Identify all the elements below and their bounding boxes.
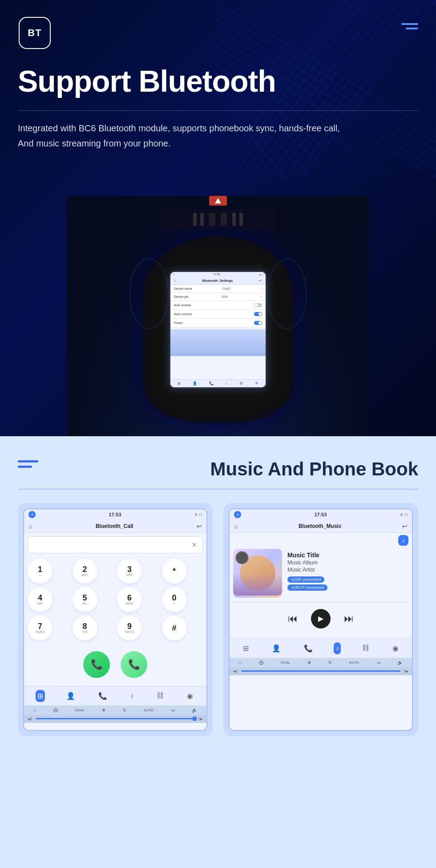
hero-divider: [18, 110, 418, 111]
call-nav-grid[interactable]: ⊞: [36, 690, 45, 702]
clear-input-icon[interactable]: ✕: [192, 541, 197, 548]
sys-power[interactable]: ⏻: [53, 708, 58, 713]
call-nav-link[interactable]: ⛓: [155, 690, 166, 702]
hazard-button[interactable]: [209, 196, 227, 206]
dial-btn-8[interactable]: 8 TUV: [73, 616, 97, 641]
music-nav-music[interactable]: ♪: [334, 642, 341, 654]
sys-dual: DUAL: [75, 708, 85, 712]
mini-auto-answer-row[interactable]: Auto answer: [170, 301, 266, 310]
mini-home: ⌂: [173, 273, 175, 276]
dial-btn-7[interactable]: 7 PQRS: [28, 616, 52, 641]
mini-bottom-nav: ⊞ 👤 📞 ♪ ⛓ 👁: [170, 379, 266, 387]
call-nav-music[interactable]: ♪: [128, 690, 135, 702]
mini-device-pin-row[interactable]: Device pin 0000 ›: [170, 293, 266, 301]
music-album-label: Music Album: [287, 560, 408, 566]
mini-nav-eye[interactable]: 👁: [255, 381, 258, 385]
music-album-area: Music Title Music Album Music Artist A2D…: [233, 549, 408, 598]
call-action-buttons: 📞 📞: [28, 647, 203, 682]
bottom-section: Music And Phone Book ◂ 17:53 ∧ □ ⌂ Bluet…: [0, 436, 436, 868]
steering-right: [267, 258, 307, 329]
dial-btn-2[interactable]: 2 ABC: [73, 559, 97, 584]
dial-btn-star[interactable]: *: [162, 559, 187, 584]
dial-btn-0[interactable]: 0 +: [162, 587, 187, 612]
sys-home[interactable]: ⌂: [33, 708, 36, 713]
hero-section: BT Support Bluetooth Integrated with BC6…: [0, 0, 436, 436]
music-back-icon[interactable]: ↩: [402, 523, 408, 530]
music-nav-eye[interactable]: ◉: [391, 642, 400, 654]
music-play-button[interactable]: ▶: [311, 609, 331, 629]
music-sys-flow[interactable]: ↝: [376, 660, 380, 665]
music-time: 17:53: [314, 512, 327, 517]
sys-recirculate[interactable]: ↻: [123, 708, 126, 713]
music-note-icon[interactable]: ♪: [398, 535, 408, 546]
sys-fan[interactable]: ❄: [102, 708, 105, 713]
music-artist-label: Music Artist: [287, 567, 408, 573]
call-hangup-button[interactable]: 📞: [121, 651, 147, 678]
mini-auto-connect-row[interactable]: Auto connect: [170, 310, 266, 319]
mini-back[interactable]: ↩: [259, 279, 262, 283]
mini-status-icons: ∧ □: [259, 273, 263, 276]
avrcp-badge: AVRCP connected: [287, 584, 327, 591]
car-mockup: ⌂ 17:53 ∧ □ ⌂ Bluetooth_Settings ↩ Devic…: [67, 196, 369, 436]
music-status-bar: ◂ 17:53 ∧ □: [230, 509, 412, 520]
dial-btn-3[interactable]: 3 DEF: [117, 559, 142, 584]
dial-input[interactable]: ✕: [28, 536, 203, 553]
bottom-hamburger-menu[interactable]: [18, 460, 38, 468]
dial-btn-6[interactable]: 6 MNO: [117, 587, 142, 612]
music-prev-button[interactable]: ⏮: [288, 613, 298, 625]
bottom-header: Music And Phone Book: [18, 458, 418, 480]
music-controls: ⏮ ▶ ⏭: [233, 602, 408, 635]
mini-nav-music[interactable]: ♪: [226, 381, 227, 385]
sys-volume[interactable]: 🔊: [192, 708, 197, 713]
music-sys-power[interactable]: ⏻: [259, 660, 263, 665]
call-nav-back[interactable]: ◂: [28, 511, 36, 518]
music-info: Music Title Music Album Music Artist A2D…: [287, 549, 408, 592]
music-sys-recirculate[interactable]: ↻: [328, 660, 332, 665]
mini-nav-grid[interactable]: ⊞: [178, 381, 181, 385]
mini-device-name-row[interactable]: Device name CarBT ›: [170, 285, 266, 293]
music-sys-volume[interactable]: 🔊: [397, 660, 403, 665]
mini-power-row[interactable]: Power: [170, 319, 266, 328]
bottom-section-title: Music And Phone Book: [210, 458, 418, 480]
hero-title: Support Bluetooth: [18, 65, 418, 98]
mini-time: 17:53: [214, 273, 220, 276]
music-nav-phone[interactable]: 📞: [302, 642, 315, 654]
dial-btn-4[interactable]: 4 GHI: [28, 587, 52, 612]
music-nav-grid[interactable]: ⊞: [241, 642, 250, 654]
call-back-icon[interactable]: ↩: [197, 523, 202, 530]
sys-flow[interactable]: ↝: [171, 708, 174, 713]
auto-connect-toggle[interactable]: [254, 312, 262, 316]
music-home-icon[interactable]: ⌂: [234, 523, 238, 530]
music-progress-slider[interactable]: [241, 670, 400, 672]
mini-nav-link[interactable]: ⛓: [239, 381, 243, 385]
call-bottom-nav: ⊞ 👤 📞 ♪ ⛓ ◉: [24, 686, 206, 706]
bt-settings-screen: ⌂ 17:53 ∧ □ ⌂ Bluetooth_Settings ↩ Devic…: [170, 272, 266, 387]
music-sys-dual: DUAL: [281, 661, 290, 665]
dial-btn-hash[interactable]: #: [162, 616, 187, 641]
music-sys-fan[interactable]: ❄: [307, 660, 311, 665]
dial-btn-9[interactable]: 9 WXYZ: [117, 616, 142, 641]
mini-wave-area: [170, 329, 266, 356]
mini-nav-phone[interactable]: 📞: [209, 381, 214, 385]
call-nav-eye[interactable]: ◉: [185, 690, 195, 702]
call-nav-user[interactable]: 👤: [65, 690, 77, 702]
progress-slider[interactable]: [36, 718, 195, 719]
music-sys-home[interactable]: ⌂: [239, 660, 242, 665]
dial-btn-1[interactable]: 1 —: [28, 559, 52, 584]
music-nav-user[interactable]: 👤: [270, 642, 283, 654]
dial-btn-5[interactable]: 5 JKL: [73, 587, 97, 612]
music-nav-back[interactable]: ◂: [234, 511, 241, 518]
auto-answer-toggle[interactable]: [254, 303, 262, 307]
music-status-icons: ∧ □: [400, 512, 408, 517]
call-nav-phone[interactable]: 📞: [97, 690, 109, 702]
hamburger-menu[interactable]: [401, 23, 418, 29]
music-next-button[interactable]: ⏭: [344, 613, 354, 625]
call-dial-button[interactable]: 📞: [83, 651, 110, 678]
call-home-icon[interactable]: ⌂: [28, 523, 32, 530]
mini-nav-user[interactable]: 👤: [193, 381, 197, 385]
music-nav-link[interactable]: ⛓: [360, 642, 371, 654]
mini-status-bar: ⌂ 17:53 ∧ □: [170, 272, 266, 277]
music-screen: ◂ 17:53 ∧ □ ⌂ Bluetooth_Music ↩ ♪: [229, 508, 413, 731]
power-toggle[interactable]: [254, 321, 262, 325]
steering-left: [129, 258, 169, 329]
